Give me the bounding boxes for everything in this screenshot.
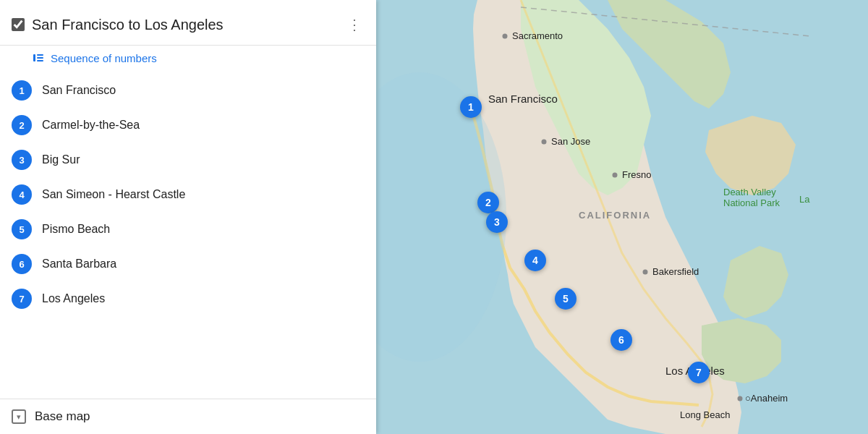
- anaheim-label: ○Anaheim: [745, 393, 788, 404]
- stop-badge: 2: [12, 115, 32, 135]
- map-pin-3[interactable]: 3: [486, 211, 508, 233]
- svg-rect-3: [37, 60, 43, 61]
- stop-badge: 6: [12, 254, 32, 274]
- stop-badge: 7: [12, 289, 32, 309]
- svg-marker-10: [702, 318, 781, 383]
- sacramento-dot: [503, 34, 508, 39]
- svg-marker-8: [705, 116, 796, 195]
- san-jose-label: San Jose: [551, 136, 590, 147]
- stop-item[interactable]: 6Santa Barbara: [0, 247, 376, 281]
- layer-title: San Francisco to Los Angeles: [32, 17, 337, 33]
- svg-rect-0: [33, 54, 35, 61]
- svg-rect-4: [376, 0, 868, 434]
- svg-rect-2: [37, 57, 43, 59]
- stop-badge: 1: [12, 80, 32, 101]
- stop-name: Pismo Beach: [42, 223, 110, 236]
- map-pin-1[interactable]: 1: [460, 96, 482, 118]
- svg-marker-9: [723, 246, 788, 318]
- stop-badge: 3: [12, 150, 32, 170]
- sequence-label: Sequence of numbers: [51, 52, 157, 64]
- svg-rect-1: [37, 54, 43, 56]
- layer-checkbox[interactable]: [12, 18, 25, 31]
- california-label: CALIFORNIA: [579, 210, 651, 221]
- svg-line-11: [521, 7, 810, 36]
- chevron-down-icon: ▾: [12, 409, 26, 424]
- stop-item[interactable]: 4San Simeon - Hearst Castle: [0, 177, 376, 212]
- base-map-section[interactable]: ▾ Base map: [0, 399, 376, 434]
- sidebar: San Francisco to Los Angeles ⋮ Sequence …: [0, 0, 376, 434]
- bakersfield-label: Bakersfield: [652, 266, 699, 277]
- fresno-dot: [613, 173, 618, 178]
- stop-name: Big Sur: [42, 153, 80, 166]
- stop-item[interactable]: 1San Francisco: [0, 73, 376, 108]
- stop-name: Los Angeles: [42, 292, 105, 305]
- svg-marker-7: [608, 0, 731, 109]
- map-area: Sacramento San Francisco San Jose Fresno…: [376, 0, 868, 434]
- stop-name: Carmel-by-the-Sea: [42, 119, 140, 132]
- stop-name: San Francisco: [42, 84, 116, 97]
- svg-marker-6: [521, 0, 651, 195]
- anaheim-dot: [738, 396, 743, 401]
- san-jose-dot: [542, 140, 547, 145]
- sacramento-label: Sacramento: [512, 30, 563, 41]
- map-pin-7[interactable]: 7: [688, 362, 710, 383]
- san-francisco-label: San Francisco: [488, 93, 558, 105]
- stop-item[interactable]: 3Big Sur: [0, 142, 376, 177]
- base-map-label: Base map: [35, 409, 90, 424]
- long-beach-label: Long Beach: [680, 409, 730, 420]
- stop-badge: 4: [12, 184, 32, 205]
- map-pin-6[interactable]: 6: [610, 329, 632, 351]
- sequence-row[interactable]: Sequence of numbers: [0, 46, 376, 70]
- bakersfield-dot: [643, 270, 648, 275]
- stop-item[interactable]: 2Carmel-by-the-Sea: [0, 108, 376, 142]
- la-label: La: [799, 194, 809, 205]
- sequence-icon: [32, 51, 45, 64]
- stop-badge: 5: [12, 219, 32, 239]
- stop-item[interactable]: 7Los Angeles: [0, 281, 376, 316]
- stop-item[interactable]: 5Pismo Beach: [0, 212, 376, 247]
- more-options-button[interactable]: ⋮: [344, 13, 365, 36]
- stop-name: Santa Barbara: [42, 258, 116, 271]
- map-pin-4[interactable]: 4: [524, 250, 546, 271]
- stops-list: 1San Francisco2Carmel-by-the-Sea3Big Sur…: [0, 70, 376, 399]
- map-pin-2[interactable]: 2: [477, 192, 499, 213]
- sidebar-header: San Francisco to Los Angeles ⋮: [0, 0, 376, 46]
- stop-name: San Simeon - Hearst Castle: [42, 188, 185, 201]
- fresno-label: Fresno: [622, 169, 651, 180]
- death-valley-label: Death ValleyNational Park: [723, 187, 780, 208]
- map-pin-5[interactable]: 5: [555, 288, 576, 310]
